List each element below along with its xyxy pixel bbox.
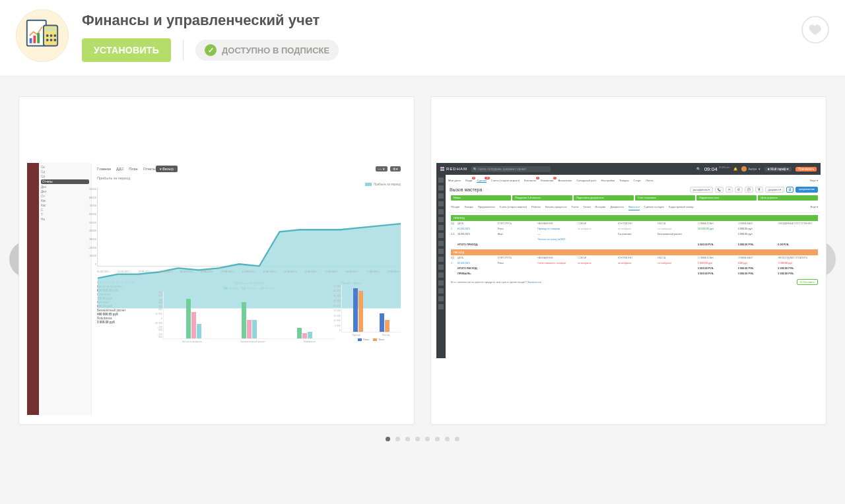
s2-clock: 09:04 15:40 6 сен [704, 166, 729, 172]
svg-rect-1 [30, 38, 32, 44]
svg-point-10 [50, 39, 53, 42]
screenshot-carousel: СвСдСд Отчеты ДелДелСчКасКасСТНа Главная… [0, 77, 845, 441]
svg-point-7 [50, 34, 53, 37]
svg-point-8 [53, 34, 56, 37]
s2-refresh-button: ⟳ Обновить [797, 279, 818, 285]
s2-income-section: ПРИХОД ИДДАТАПОВТОРЯТЬНАЗНАЧЕНИЕСТАТЬЯКО… [448, 215, 821, 247]
s2-sidebar [436, 175, 446, 358]
app-header: Финансы и управленческий учет УСТАНОВИТЬ… [0, 0, 845, 77]
s2-invite-button: Пригласить [795, 167, 817, 172]
carousel-dot[interactable] [445, 437, 450, 441]
s2-deal-header: Вызов мастера☆ расширения ▾ 📞✉🖨💬🗑 докуме… [448, 185, 821, 195]
carousel-dot[interactable] [405, 437, 410, 441]
s1-sidebar: СвСдСд Отчеты ДелДелСчКасКасСТНа [39, 163, 92, 415]
redham-logo: REDHAM [440, 167, 467, 172]
s2-topbar: REDHAM 🔍 поиск: сотрудник, документ, про… [436, 163, 821, 175]
app-icon [16, 9, 69, 62]
s2-stages: Новая Ожидание 1-й оплаты Подготовка док… [448, 195, 821, 201]
carousel-dot[interactable] [455, 437, 459, 441]
carousel-dot[interactable] [415, 437, 420, 441]
s2-expense-section: РАСХОД ИДДАТАПОВТОРЯТЬНАЗНАЧЕНИЕСТАТЬЯКО… [448, 249, 821, 276]
s2-main-menu: Мои дела Люди6 Сделки10 Счета (старая ве… [448, 177, 821, 185]
s2-footer: Есть пожелание по работе продукта или ну… [448, 276, 821, 288]
s2-tariff-button: ★ Мой тариф ▾ [764, 167, 792, 172]
carousel-dot[interactable] [435, 437, 440, 441]
install-button[interactable]: УСТАНОВИТЬ [82, 38, 171, 62]
s1-filter-button: ▾ Фильтр [156, 166, 178, 172]
carousel-dot[interactable] [386, 437, 390, 441]
s2-search-input: 🔍 поиск: сотрудник, документ, проект [471, 166, 551, 172]
svg-point-6 [46, 34, 49, 37]
app-title: Финансы и управленческий учет [82, 12, 801, 29]
subscription-badge: ✓ ДОСТУПНО В ПОДПИСКЕ [195, 40, 339, 61]
s2-user-menu: Антон▾ [741, 166, 761, 172]
svg-rect-3 [37, 33, 40, 43]
divider [183, 40, 184, 61]
svg-rect-5 [46, 27, 55, 31]
s1-rail [27, 163, 39, 415]
check-icon: ✓ [205, 44, 217, 56]
s1-plan-fact: План - Факт 45 00040 00035 00030 00025 0… [341, 281, 401, 343]
s1-breadcrumb: Главная ДДС План Отчеты [97, 167, 156, 171]
carousel-dot[interactable] [395, 437, 400, 441]
carousel-dots[interactable] [18, 437, 827, 441]
carousel-dot[interactable] [425, 437, 430, 441]
svg-point-11 [53, 39, 56, 42]
s1-view-controls: ⋯ ▾⚙ ▾ [376, 166, 401, 172]
s1-chart-title: Прибыль за период [97, 176, 401, 180]
s1-chart-legend: Прибыль за период [97, 183, 401, 186]
favorite-button[interactable] [801, 16, 829, 44]
s1-chart-xlabels: 01.08.2021 г.02.08.2021 г.03.08.2021 г.0… [97, 270, 401, 273]
svg-rect-2 [33, 36, 36, 44]
subscription-label: ДОСТУПНО В ПОДПИСКЕ [222, 46, 329, 55]
s2-subtabs: ОбщиеТоварыПредложенияСчета (старая верс… [448, 203, 821, 213]
s1-area-chart: 9000080000700006000050000400003000020000… [97, 187, 401, 267]
screenshot-1[interactable]: СвСдСд Отчеты ДелДелСчКасКасСТНа Главная… [18, 96, 415, 425]
screenshot-2[interactable]: REDHAM 🔍 поиск: сотрудник, документ, про… [430, 96, 827, 425]
svg-point-9 [46, 39, 49, 42]
